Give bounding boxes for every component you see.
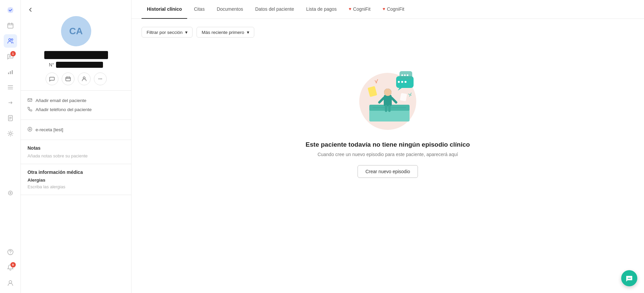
- messages-badge: 1: [10, 51, 16, 56]
- icon-sidebar: 1: [0, 0, 21, 293]
- bell-nav-icon[interactable]: 9: [4, 261, 17, 274]
- svg-rect-9: [10, 71, 11, 74]
- patient-avatar: CA: [61, 16, 91, 46]
- ereceta-label: e-receta [test]: [36, 127, 63, 132]
- phone-icon: [28, 107, 32, 112]
- filter-chevron-2: ▾: [247, 30, 249, 35]
- add-phone-row[interactable]: Añadir teléfono del paciente: [28, 105, 124, 114]
- svg-rect-23: [66, 77, 70, 81]
- patient-sidebar-content: Añadir email del paciente Añadir teléfon…: [21, 91, 131, 293]
- tab-cognifit-2-label: CogniFit: [387, 6, 404, 12]
- tabs-bar: Historial clínico Citas Documentos Datos…: [131, 0, 644, 19]
- content-area: Filtrar por sección ▾ Más reciente prime…: [131, 19, 644, 293]
- patients-nav-icon[interactable]: [4, 34, 17, 48]
- empty-state-subtitle: Cuando cree un nuevo episodio para este …: [318, 152, 458, 157]
- arrow-nav-icon[interactable]: [4, 96, 17, 109]
- patient-name: [44, 51, 108, 59]
- heart-icon-2: ♥: [383, 6, 385, 11]
- user-nav-icon[interactable]: [4, 276, 17, 290]
- add-phone-label: Añadir teléfono del paciente: [36, 107, 92, 112]
- messages-nav-icon[interactable]: 1: [4, 50, 17, 63]
- svg-point-27: [83, 77, 85, 79]
- patient-id-value: [56, 62, 103, 68]
- profile-action-btn[interactable]: [78, 72, 91, 85]
- scroll-more-icon[interactable]: [4, 186, 17, 200]
- svg-rect-10: [12, 70, 13, 74]
- svg-point-53: [407, 75, 409, 76]
- invoice-nav-icon[interactable]: [4, 111, 17, 125]
- tab-cognifit-2[interactable]: ♥ CogniFit: [377, 0, 410, 19]
- svg-point-5: [11, 39, 13, 41]
- svg-point-4: [9, 39, 11, 41]
- svg-point-60: [628, 278, 629, 279]
- main-content: Historial clínico Citas Documentos Datos…: [131, 0, 644, 293]
- email-icon: [28, 98, 32, 103]
- svg-point-52: [404, 75, 406, 76]
- tab-citas[interactable]: Citas: [189, 0, 210, 19]
- filter-section-btn[interactable]: Filtrar por sección ▾: [142, 27, 193, 38]
- medical-info-section: Otra información médica Alergias Escriba…: [21, 164, 131, 195]
- patient-action-icons: [46, 72, 107, 85]
- allergies-placeholder[interactable]: Escriba las alergias: [28, 184, 124, 189]
- tab-historial[interactable]: Historial clínico: [142, 0, 187, 19]
- tab-pagos[interactable]: Lista de pagos: [301, 0, 342, 19]
- svg-point-30: [101, 79, 102, 79]
- empty-illustration: [347, 58, 428, 132]
- svg-point-29: [100, 79, 100, 79]
- more-action-btn[interactable]: [94, 72, 107, 85]
- stats-nav-icon[interactable]: [4, 65, 17, 79]
- contact-section: Añadir email del paciente Añadir teléfon…: [21, 91, 131, 120]
- empty-state: Este paciente todavía no tiene ningún ep…: [142, 51, 634, 178]
- medical-info-title: Otra información médica: [28, 169, 124, 175]
- ereceta-section: e-receta [test]: [21, 120, 131, 140]
- svg-point-21: [10, 253, 11, 254]
- patient-id-label: N°: [49, 62, 54, 67]
- notes-placeholder[interactable]: Añada notas sobre su paciente: [28, 153, 124, 158]
- list-nav-icon[interactable]: [4, 81, 17, 94]
- message-action-btn[interactable]: [46, 72, 58, 85]
- heart-icon-1: ♥: [349, 6, 352, 11]
- brand-icon[interactable]: [4, 3, 17, 17]
- filter-row: Filtrar por sección ▾ Más reciente prime…: [142, 27, 634, 38]
- svg-point-18: [9, 133, 11, 135]
- svg-point-48: [401, 81, 403, 83]
- back-button[interactable]: [28, 7, 34, 13]
- notes-title: Notas: [28, 145, 124, 151]
- svg-rect-55: [400, 93, 407, 101]
- settings-nav-icon[interactable]: [4, 127, 17, 140]
- tab-cognifit-1-label: CogniFit: [353, 6, 371, 12]
- allergies-label: Alergias: [28, 178, 124, 183]
- help-nav-icon[interactable]: [4, 245, 17, 259]
- filter-sort-btn[interactable]: Más reciente primero ▾: [197, 27, 254, 38]
- filter-section-label: Filtrar por sección: [147, 30, 182, 35]
- tab-cognifit-1[interactable]: ♥ CogniFit: [343, 0, 376, 19]
- filter-chevron-1: ▾: [185, 30, 187, 35]
- svg-point-51: [401, 75, 403, 76]
- svg-rect-8: [8, 72, 9, 74]
- add-email-row[interactable]: Añadir email del paciente: [28, 96, 124, 105]
- ereceta-row[interactable]: e-receta [test]: [28, 125, 124, 134]
- svg-point-22: [9, 281, 12, 283]
- svg-point-49: [405, 81, 407, 83]
- svg-rect-0: [8, 23, 13, 28]
- patient-id-row: N°: [49, 62, 103, 68]
- calendar-action-btn[interactable]: [62, 72, 74, 85]
- add-email-label: Añadir email del paciente: [36, 98, 87, 103]
- chat-support-bubble[interactable]: [621, 270, 637, 286]
- svg-rect-31: [28, 99, 32, 101]
- tab-documentos[interactable]: Documentos: [211, 0, 249, 19]
- svg-point-47: [398, 81, 400, 83]
- ereceta-icon: [28, 127, 32, 133]
- calendar-nav-icon[interactable]: [4, 19, 17, 32]
- bell-badge: 9: [10, 262, 16, 267]
- svg-point-28: [98, 79, 99, 79]
- create-episode-button[interactable]: Crear nuevo episodio: [358, 165, 418, 178]
- svg-point-61: [629, 278, 630, 279]
- filter-sort-label: Más reciente primero: [202, 30, 244, 35]
- svg-point-41: [384, 89, 391, 96]
- tab-datos[interactable]: Datos del paciente: [250, 0, 300, 19]
- svg-point-62: [630, 278, 631, 279]
- patient-header: CA N°: [21, 0, 131, 91]
- svg-rect-39: [384, 95, 392, 106]
- notes-section: Notas Añada notas sobre su paciente: [21, 140, 131, 164]
